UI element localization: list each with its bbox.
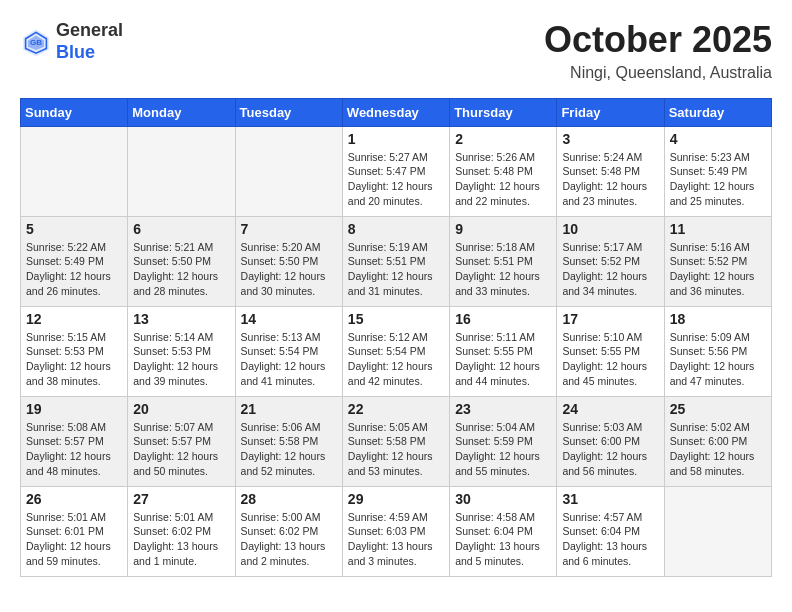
calendar-cell: 31Sunrise: 4:57 AM Sunset: 6:04 PM Dayli… xyxy=(557,486,664,576)
day-number: 15 xyxy=(348,311,444,327)
day-number: 20 xyxy=(133,401,229,417)
calendar-cell: 6Sunrise: 5:21 AM Sunset: 5:50 PM Daylig… xyxy=(128,216,235,306)
day-number: 31 xyxy=(562,491,658,507)
day-info: Sunrise: 5:00 AM Sunset: 6:02 PM Dayligh… xyxy=(241,510,337,569)
weekday-header-monday: Monday xyxy=(128,98,235,126)
day-number: 14 xyxy=(241,311,337,327)
day-number: 22 xyxy=(348,401,444,417)
calendar-cell: 19Sunrise: 5:08 AM Sunset: 5:57 PM Dayli… xyxy=(21,396,128,486)
calendar-cell: 26Sunrise: 5:01 AM Sunset: 6:01 PM Dayli… xyxy=(21,486,128,576)
calendar: SundayMondayTuesdayWednesdayThursdayFrid… xyxy=(20,98,772,577)
calendar-cell: 9Sunrise: 5:18 AM Sunset: 5:51 PM Daylig… xyxy=(450,216,557,306)
day-number: 30 xyxy=(455,491,551,507)
weekday-header-tuesday: Tuesday xyxy=(235,98,342,126)
calendar-cell: 12Sunrise: 5:15 AM Sunset: 5:53 PM Dayli… xyxy=(21,306,128,396)
day-number: 18 xyxy=(670,311,766,327)
day-number: 25 xyxy=(670,401,766,417)
day-info: Sunrise: 5:12 AM Sunset: 5:54 PM Dayligh… xyxy=(348,330,444,389)
calendar-cell xyxy=(664,486,771,576)
day-number: 6 xyxy=(133,221,229,237)
day-number: 28 xyxy=(241,491,337,507)
week-row-3: 12Sunrise: 5:15 AM Sunset: 5:53 PM Dayli… xyxy=(21,306,772,396)
weekday-header-sunday: Sunday xyxy=(21,98,128,126)
calendar-cell: 15Sunrise: 5:12 AM Sunset: 5:54 PM Dayli… xyxy=(342,306,449,396)
day-info: Sunrise: 5:02 AM Sunset: 6:00 PM Dayligh… xyxy=(670,420,766,479)
weekday-header-wednesday: Wednesday xyxy=(342,98,449,126)
week-row-2: 5Sunrise: 5:22 AM Sunset: 5:49 PM Daylig… xyxy=(21,216,772,306)
calendar-cell: 1Sunrise: 5:27 AM Sunset: 5:47 PM Daylig… xyxy=(342,126,449,216)
calendar-cell: 24Sunrise: 5:03 AM Sunset: 6:00 PM Dayli… xyxy=(557,396,664,486)
calendar-cell: 5Sunrise: 5:22 AM Sunset: 5:49 PM Daylig… xyxy=(21,216,128,306)
week-row-1: 1Sunrise: 5:27 AM Sunset: 5:47 PM Daylig… xyxy=(21,126,772,216)
day-info: Sunrise: 5:23 AM Sunset: 5:49 PM Dayligh… xyxy=(670,150,766,209)
day-number: 10 xyxy=(562,221,658,237)
week-row-5: 26Sunrise: 5:01 AM Sunset: 6:01 PM Dayli… xyxy=(21,486,772,576)
calendar-cell: 21Sunrise: 5:06 AM Sunset: 5:58 PM Dayli… xyxy=(235,396,342,486)
day-info: Sunrise: 5:11 AM Sunset: 5:55 PM Dayligh… xyxy=(455,330,551,389)
week-row-4: 19Sunrise: 5:08 AM Sunset: 5:57 PM Dayli… xyxy=(21,396,772,486)
day-info: Sunrise: 5:06 AM Sunset: 5:58 PM Dayligh… xyxy=(241,420,337,479)
day-number: 16 xyxy=(455,311,551,327)
day-number: 17 xyxy=(562,311,658,327)
calendar-cell: 10Sunrise: 5:17 AM Sunset: 5:52 PM Dayli… xyxy=(557,216,664,306)
day-info: Sunrise: 5:18 AM Sunset: 5:51 PM Dayligh… xyxy=(455,240,551,299)
calendar-cell xyxy=(21,126,128,216)
day-info: Sunrise: 5:01 AM Sunset: 6:02 PM Dayligh… xyxy=(133,510,229,569)
day-info: Sunrise: 5:13 AM Sunset: 5:54 PM Dayligh… xyxy=(241,330,337,389)
day-info: Sunrise: 4:57 AM Sunset: 6:04 PM Dayligh… xyxy=(562,510,658,569)
day-info: Sunrise: 5:03 AM Sunset: 6:00 PM Dayligh… xyxy=(562,420,658,479)
logo-icon: GB xyxy=(20,26,52,58)
day-info: Sunrise: 5:01 AM Sunset: 6:01 PM Dayligh… xyxy=(26,510,122,569)
day-info: Sunrise: 4:59 AM Sunset: 6:03 PM Dayligh… xyxy=(348,510,444,569)
calendar-cell: 17Sunrise: 5:10 AM Sunset: 5:55 PM Dayli… xyxy=(557,306,664,396)
day-number: 29 xyxy=(348,491,444,507)
calendar-cell: 29Sunrise: 4:59 AM Sunset: 6:03 PM Dayli… xyxy=(342,486,449,576)
day-number: 23 xyxy=(455,401,551,417)
day-number: 4 xyxy=(670,131,766,147)
day-info: Sunrise: 5:07 AM Sunset: 5:57 PM Dayligh… xyxy=(133,420,229,479)
day-info: Sunrise: 5:22 AM Sunset: 5:49 PM Dayligh… xyxy=(26,240,122,299)
calendar-cell: 23Sunrise: 5:04 AM Sunset: 5:59 PM Dayli… xyxy=(450,396,557,486)
day-info: Sunrise: 5:10 AM Sunset: 5:55 PM Dayligh… xyxy=(562,330,658,389)
calendar-cell: 3Sunrise: 5:24 AM Sunset: 5:48 PM Daylig… xyxy=(557,126,664,216)
day-number: 21 xyxy=(241,401,337,417)
calendar-cell: 14Sunrise: 5:13 AM Sunset: 5:54 PM Dayli… xyxy=(235,306,342,396)
day-number: 12 xyxy=(26,311,122,327)
day-number: 8 xyxy=(348,221,444,237)
calendar-cell: 20Sunrise: 5:07 AM Sunset: 5:57 PM Dayli… xyxy=(128,396,235,486)
calendar-cell: 4Sunrise: 5:23 AM Sunset: 5:49 PM Daylig… xyxy=(664,126,771,216)
calendar-cell: 18Sunrise: 5:09 AM Sunset: 5:56 PM Dayli… xyxy=(664,306,771,396)
day-number: 7 xyxy=(241,221,337,237)
calendar-cell: 16Sunrise: 5:11 AM Sunset: 5:55 PM Dayli… xyxy=(450,306,557,396)
day-number: 9 xyxy=(455,221,551,237)
calendar-cell: 25Sunrise: 5:02 AM Sunset: 6:00 PM Dayli… xyxy=(664,396,771,486)
day-info: Sunrise: 5:14 AM Sunset: 5:53 PM Dayligh… xyxy=(133,330,229,389)
day-number: 1 xyxy=(348,131,444,147)
weekday-header-saturday: Saturday xyxy=(664,98,771,126)
day-info: Sunrise: 5:04 AM Sunset: 5:59 PM Dayligh… xyxy=(455,420,551,479)
month-title: October 2025 xyxy=(544,20,772,60)
weekday-header-row: SundayMondayTuesdayWednesdayThursdayFrid… xyxy=(21,98,772,126)
day-number: 26 xyxy=(26,491,122,507)
day-info: Sunrise: 5:15 AM Sunset: 5:53 PM Dayligh… xyxy=(26,330,122,389)
day-number: 13 xyxy=(133,311,229,327)
title-block: October 2025 Ningi, Queensland, Australi… xyxy=(544,20,772,82)
calendar-cell: 22Sunrise: 5:05 AM Sunset: 5:58 PM Dayli… xyxy=(342,396,449,486)
calendar-cell: 30Sunrise: 4:58 AM Sunset: 6:04 PM Dayli… xyxy=(450,486,557,576)
calendar-cell: 8Sunrise: 5:19 AM Sunset: 5:51 PM Daylig… xyxy=(342,216,449,306)
day-number: 2 xyxy=(455,131,551,147)
calendar-cell: 7Sunrise: 5:20 AM Sunset: 5:50 PM Daylig… xyxy=(235,216,342,306)
logo-text: General Blue xyxy=(56,20,123,63)
day-info: Sunrise: 5:16 AM Sunset: 5:52 PM Dayligh… xyxy=(670,240,766,299)
calendar-cell: 11Sunrise: 5:16 AM Sunset: 5:52 PM Dayli… xyxy=(664,216,771,306)
calendar-cell: 27Sunrise: 5:01 AM Sunset: 6:02 PM Dayli… xyxy=(128,486,235,576)
weekday-header-thursday: Thursday xyxy=(450,98,557,126)
day-info: Sunrise: 5:08 AM Sunset: 5:57 PM Dayligh… xyxy=(26,420,122,479)
location: Ningi, Queensland, Australia xyxy=(544,64,772,82)
day-info: Sunrise: 5:19 AM Sunset: 5:51 PM Dayligh… xyxy=(348,240,444,299)
weekday-header-friday: Friday xyxy=(557,98,664,126)
day-info: Sunrise: 5:21 AM Sunset: 5:50 PM Dayligh… xyxy=(133,240,229,299)
logo: GB General Blue xyxy=(20,20,123,63)
day-info: Sunrise: 5:27 AM Sunset: 5:47 PM Dayligh… xyxy=(348,150,444,209)
day-info: Sunrise: 5:09 AM Sunset: 5:56 PM Dayligh… xyxy=(670,330,766,389)
